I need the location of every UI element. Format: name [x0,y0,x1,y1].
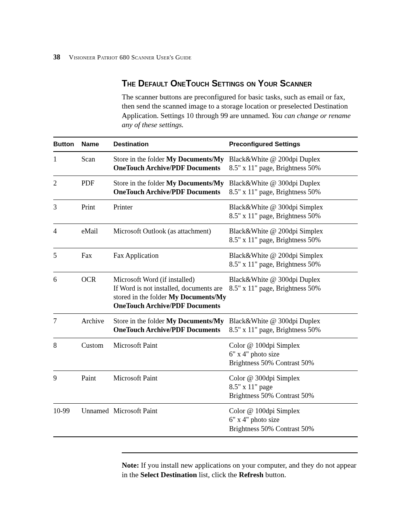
cell-destination: Microsoft Paint [113,404,229,437]
cell-button: 6 [53,272,81,314]
cell-button: 7 [53,314,81,338]
intro-paragraph: The scanner buttons are preconfigured fo… [122,93,358,130]
note-paragraph: Note: If you install new applications on… [122,460,358,480]
cell-destination: Microsoft Word (if installed) If Word is… [113,272,229,314]
cell-settings: Color @ 300dpi Simplex8.5" x 11" pageBri… [229,371,358,403]
cell-settings: Black&White @ 200dpi Simplex8.5" x 11" p… [229,248,358,272]
table-row: 1ScanStore in the folder My Documents/My… [53,152,358,176]
cell-name: Custom [81,338,113,371]
cell-destination: Fax Application [113,248,229,272]
cell-name: PDF [81,176,113,200]
cell-button: 4 [53,224,81,248]
cell-name: OCR [81,272,113,314]
table-row: 9PaintMicrosoft PaintColor @ 300dpi Simp… [53,371,358,403]
col-dest: Destination [113,137,229,152]
page-number: 38 [53,53,61,61]
table-row: 10-99UnnamedMicrosoft PaintColor @ 100dp… [53,404,358,437]
table-row: 3PrintPrinterBlack&White @ 300dpi Simple… [53,200,358,224]
cell-name: Fax [81,248,113,272]
cell-destination: Microsoft Outlook (as attachment) [113,224,229,248]
cell-button: 9 [53,371,81,403]
cell-button: 5 [53,248,81,272]
cell-settings: Black&White @ 200dpi Simplex8.5" x 11" p… [229,224,358,248]
running-header: 38 Visioneer Patriot 680 Scanner User's … [53,53,358,61]
cell-button: 8 [53,338,81,371]
cell-settings: Black&White @ 200dpi Duplex8.5" x 11" pa… [229,152,358,176]
cell-settings: Color @ 100dpi Simplex6" x 4" photo size… [229,338,358,371]
settings-table: Button Name Destination Preconfigured Se… [53,137,358,437]
cell-name: Paint [81,371,113,403]
col-preconf: Preconfigured Settings [229,137,358,152]
table-row: 5FaxFax ApplicationBlack&White @ 200dpi … [53,248,358,272]
table-row: 7ArchiveStore in the folder My Documents… [53,314,358,338]
table-row: 2PDFStore in the folder My Documents/My … [53,176,358,200]
cell-settings: Color @ 100dpi Simplex6" x 4" photo size… [229,404,358,437]
cell-destination: Store in the folder My Documents/My OneT… [113,152,229,176]
table-row: 6OCRMicrosoft Word (if installed) If Wor… [53,272,358,314]
cell-destination: Store in the folder My Documents/My OneT… [113,176,229,200]
cell-button: 1 [53,152,81,176]
cell-settings: Black&White @ 300dpi Simplex8.5" x 11" p… [229,200,358,224]
cell-destination: Microsoft Paint [113,371,229,403]
table-row: 4eMailMicrosoft Outlook (as attachment)B… [53,224,358,248]
table-row: 8CustomMicrosoft PaintColor @ 100dpi Sim… [53,338,358,371]
cell-destination: Store in the folder My Documents/My OneT… [113,314,229,338]
cell-name: Scan [81,152,113,176]
note-rule [122,452,358,453]
cell-name: Archive [81,314,113,338]
cell-name: eMail [81,224,113,248]
cell-name: Unnamed [81,404,113,437]
col-button: Button [53,137,81,152]
cell-settings: Black&White @ 300dpi Duplex8.5" x 11" pa… [229,176,358,200]
col-name: Name [81,137,113,152]
cell-name: Print [81,200,113,224]
cell-button: 2 [53,176,81,200]
cell-settings: Black&White @ 300dpi Duplex8.5" x 11" pa… [229,272,358,314]
cell-button: 3 [53,200,81,224]
cell-settings: Black&White @ 300dpi Duplex8.5" x 11" pa… [229,314,358,338]
section-heading: The Default OneTouch Settings on Your Sc… [122,78,358,89]
doc-title: Visioneer Patriot 680 Scanner User's Gui… [69,54,191,61]
cell-button: 10-99 [53,404,81,437]
cell-destination: Printer [113,200,229,224]
cell-destination: Microsoft Paint [113,338,229,371]
